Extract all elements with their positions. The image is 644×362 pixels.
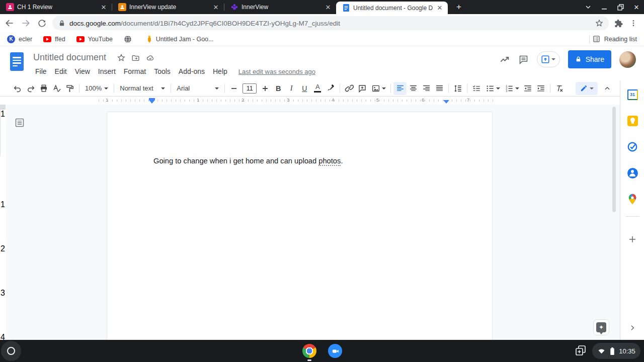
reading-list-button[interactable]: Reading list — [592, 35, 637, 43]
numbered-list-button[interactable]: 123 — [502, 82, 521, 95]
person-favicon-icon — [118, 3, 126, 11]
horizontal-ruler[interactable]: 1 1 2 3 4 5 6 7 — [0, 97, 620, 105]
menu-help[interactable]: Help — [209, 66, 231, 76]
zoom-select[interactable]: 100% — [82, 82, 111, 95]
hide-side-panel-button[interactable] — [626, 322, 638, 334]
menu-format[interactable]: Format — [120, 66, 150, 76]
text-color-button[interactable]: A — [311, 82, 324, 95]
underline-button[interactable]: U — [298, 82, 311, 95]
left-indent-marker[interactable] — [149, 100, 155, 104]
bookmark-youtube[interactable]: YouTube — [76, 36, 113, 43]
clear-formatting-button[interactable] — [553, 82, 566, 95]
menu-file[interactable]: File — [31, 66, 51, 76]
get-add-ons-button[interactable] — [626, 233, 638, 245]
tab-innerview[interactable]: InnerView ✕ — [224, 0, 336, 14]
tab-close-icon[interactable]: ✕ — [324, 3, 332, 11]
line-spacing-button[interactable] — [451, 82, 464, 95]
decrease-indent-button[interactable] — [521, 82, 534, 95]
increase-indent-button[interactable] — [534, 82, 547, 95]
open-comments-icon[interactable] — [518, 54, 529, 65]
justify-button[interactable] — [433, 82, 446, 95]
menu-insert[interactable]: Insert — [94, 66, 120, 76]
chrome-app-icon[interactable] — [302, 344, 316, 358]
redo-button[interactable] — [24, 82, 37, 95]
google-maps-icon[interactable] — [626, 193, 638, 205]
bookmark-ffed[interactable]: ffed — [43, 36, 65, 43]
address-bar[interactable]: docs.google.com/document/d/1Bi7h4Cyd2JPF… — [52, 16, 609, 30]
insert-link-button[interactable] — [343, 82, 356, 95]
add-comment-button[interactable] — [356, 82, 369, 95]
font-select[interactable]: Arial — [174, 82, 222, 95]
tab-close-icon[interactable]: ✕ — [212, 3, 220, 11]
document-text-line[interactable]: Going to change when i get home and can … — [153, 157, 343, 165]
document-title[interactable]: Untitled document — [33, 52, 106, 63]
styles-select[interactable]: Normal text — [117, 82, 168, 95]
new-tab-button[interactable]: + — [453, 1, 465, 13]
menu-edit[interactable]: Edit — [51, 66, 71, 76]
browser-menu-dots-icon[interactable] — [629, 19, 637, 27]
tab-innerview-update[interactable]: InnerView update ✕ — [112, 0, 224, 14]
checklist-button[interactable] — [470, 82, 483, 95]
document-page[interactable]: Going to change when i get home and can … — [107, 112, 493, 340]
menu-tools[interactable]: Tools — [150, 66, 175, 76]
first-line-indent-marker[interactable] — [149, 98, 155, 100]
bookmark-globe[interactable] — [124, 35, 135, 43]
menu-add-ons[interactable]: Add-ons — [175, 66, 209, 76]
show-document-outline-button[interactable] — [15, 118, 25, 128]
google-tasks-icon[interactable] — [626, 141, 638, 153]
google-docs-logo-icon[interactable] — [10, 52, 24, 71]
right-indent-marker[interactable] — [443, 100, 449, 104]
forward-icon[interactable] — [19, 17, 32, 30]
share-button[interactable]: Share — [568, 50, 611, 68]
reload-icon[interactable] — [35, 17, 48, 30]
zoom-app-icon[interactable] — [328, 344, 342, 358]
close-window-button[interactable]: ✕ — [632, 3, 641, 12]
menu-view[interactable]: View — [71, 66, 94, 76]
align-right-button[interactable] — [420, 82, 433, 95]
extensions-puzzle-icon[interactable] — [614, 19, 623, 28]
tab-close-icon[interactable]: ✕ — [100, 3, 108, 11]
tab-close-icon[interactable]: ✕ — [436, 4, 444, 12]
increase-font-size-button[interactable] — [259, 82, 272, 95]
bulleted-list-button[interactable] — [483, 82, 502, 95]
hide-menus-button[interactable] — [601, 82, 614, 95]
bookmark-star-icon[interactable] — [595, 19, 604, 28]
status-tray[interactable]: 10:35 — [592, 343, 640, 359]
font-size-input[interactable]: 11 — [243, 83, 257, 94]
insert-image-button[interactable] — [369, 82, 388, 95]
spellcheck-button[interactable] — [50, 82, 63, 95]
google-calendar-icon[interactable]: 31 — [626, 88, 638, 101]
align-left-button[interactable] — [393, 82, 407, 95]
bookmark-untitled-jam[interactable]: Untitled Jam - Goo... — [146, 35, 214, 43]
editing-mode-button[interactable] — [576, 82, 598, 95]
minimize-window-button[interactable] — [600, 3, 609, 12]
restore-window-button[interactable] — [616, 3, 625, 12]
tab-search-chevron-icon[interactable] — [584, 3, 593, 12]
align-center-button[interactable] — [407, 82, 420, 95]
present-button[interactable] — [537, 51, 560, 67]
cloud-saved-icon[interactable] — [145, 54, 155, 62]
vertical-scrollbar[interactable] — [612, 107, 616, 212]
tab-untitled-document-active[interactable]: Untitled document - Google Docs ✕ — [336, 2, 448, 14]
google-contacts-icon[interactable] — [626, 167, 638, 179]
screen-capture-tray-icon[interactable] — [575, 344, 587, 356]
undo-button[interactable] — [11, 82, 24, 95]
highlight-color-button[interactable] — [324, 82, 337, 95]
spellcheck-flagged-word[interactable]: photos — [318, 157, 341, 166]
star-document-icon[interactable] — [117, 53, 126, 62]
account-avatar[interactable] — [619, 51, 636, 68]
last-edit-link[interactable]: Last edit was seconds ago — [238, 66, 315, 76]
google-side-panel: 31 — [620, 80, 644, 340]
decrease-font-size-button[interactable] — [227, 82, 240, 95]
bookmark-ecler[interactable]: K ecler — [7, 35, 32, 43]
google-keep-icon[interactable] — [626, 115, 638, 127]
bold-button[interactable]: B — [272, 82, 285, 95]
document-activity-icon[interactable] — [499, 54, 510, 65]
move-to-folder-icon[interactable] — [131, 54, 140, 62]
paint-format-button[interactable] — [63, 82, 76, 95]
italic-button[interactable]: I — [285, 82, 298, 95]
tab-ch1-review[interactable]: CH 1 Review ✕ — [0, 0, 112, 14]
back-icon[interactable] — [3, 17, 16, 30]
print-button[interactable] — [37, 82, 50, 95]
explore-button[interactable]: ✦ — [593, 319, 609, 335]
